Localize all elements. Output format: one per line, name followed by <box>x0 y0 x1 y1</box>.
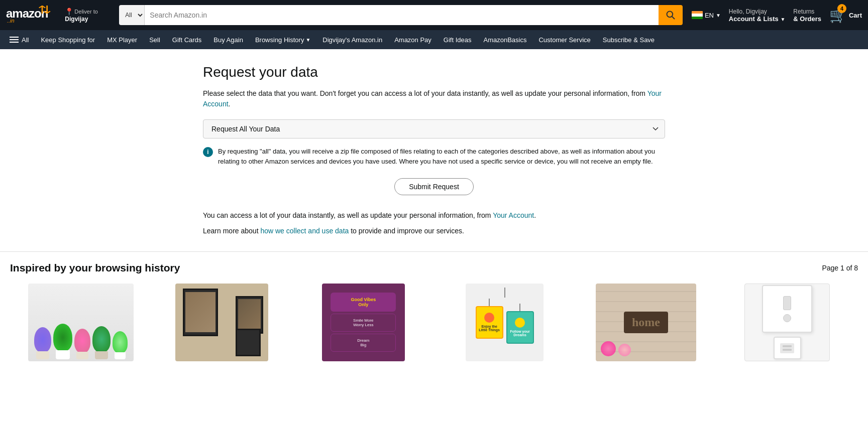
page-info: Page 1 of 8 <box>822 264 858 272</box>
nav-amazon-pay[interactable]: Amazon Pay <box>389 33 437 47</box>
returns-label: Returns <box>793 8 821 15</box>
nav-browsing-history[interactable]: Browsing History ▼ <box>250 33 316 47</box>
nav-all[interactable]: All <box>4 33 34 47</box>
cart[interactable]: 🛒 4 Cart <box>829 7 862 24</box>
nav-keep-shopping[interactable]: Keep Shopping for <box>35 33 100 47</box>
nav-digvijay-amazon[interactable]: Digvijay's Amazon.in <box>317 33 388 47</box>
cart-count: 4 <box>837 4 846 13</box>
info-box: i By requesting "all" data, you will rec… <box>203 147 665 166</box>
nav-customer-service[interactable]: Customer Service <box>533 33 596 47</box>
submit-request-button[interactable]: Submit Request <box>394 178 474 195</box>
account-menu[interactable]: Hello, Digvijay Account & Lists ▼ <box>729 8 786 23</box>
product-item[interactable] <box>151 282 292 362</box>
nav-bar: All Keep Shopping for MX Player Sell Gif… <box>0 30 868 49</box>
intro-text: Please select the data that you want. Do… <box>203 88 665 109</box>
product-item[interactable] <box>717 282 858 362</box>
search-input[interactable] <box>145 5 659 25</box>
footer-text-2: Learn more about how we collect and use … <box>203 226 665 236</box>
cart-label: Cart <box>849 12 862 19</box>
search-category-select[interactable]: All <box>119 5 145 25</box>
browsing-header: Inspired by your browsing history Page 1… <box>0 262 868 274</box>
data-type-select[interactable]: Request All Your Data <box>203 119 665 138</box>
product-item[interactable] <box>10 282 151 362</box>
dropdown-arrow-icon: ▼ <box>305 37 310 43</box>
account-arrow: ▼ <box>780 17 785 22</box>
footer-your-account-link[interactable]: Your Account <box>493 211 534 219</box>
product-item[interactable]: Enjoy theLittle Things Follow yourDreams <box>434 282 575 362</box>
lang-label: EN <box>705 12 714 19</box>
account-label: Account & Lists ▼ <box>729 15 786 23</box>
deliver-to[interactable]: 📍 Deliver to Digvijay <box>65 8 110 23</box>
orders-label: & Orders <box>793 15 821 23</box>
product-item[interactable]: home <box>575 282 716 362</box>
header-right: EN ▼ Hello, Digvijay Account & Lists ▼ R… <box>692 7 862 24</box>
search-button[interactable] <box>659 5 683 25</box>
nav-mx-player[interactable]: MX Player <box>101 33 143 47</box>
nav-amazon-basics[interactable]: AmazonBasics <box>478 33 532 47</box>
logo-in: .in <box>9 18 15 24</box>
returns-orders[interactable]: Returns & Orders <box>793 8 821 23</box>
products-row: Good VibesOnly Smile MoreWorry Less Drea… <box>0 282 868 362</box>
hamburger-icon <box>10 37 19 43</box>
logo[interactable]: amazon ..in ⇅ <box>6 7 58 24</box>
main-content: Request your data Please select the data… <box>193 64 675 236</box>
language-selector[interactable]: EN ▼ <box>692 11 721 19</box>
deliver-name: Digvijay <box>65 16 110 23</box>
browsing-history-section: Inspired by your browsing history Page 1… <box>0 251 868 362</box>
location-icon: 📍 <box>65 8 73 16</box>
chevron-down-icon: ▼ <box>716 13 721 18</box>
browsing-title: Inspired by your browsing history <box>10 262 180 274</box>
info-icon: i <box>203 147 213 157</box>
info-text: By requesting "all" data, you will recei… <box>218 147 665 166</box>
page-title: Request your data <box>203 64 665 80</box>
flag-icon <box>692 11 703 19</box>
nav-sell[interactable]: Sell <box>144 33 166 47</box>
nav-gift-ideas[interactable]: Gift Ideas <box>438 33 477 47</box>
svg-line-1 <box>672 17 675 19</box>
nav-subscribe-save[interactable]: Subscribe & Save <box>597 33 660 47</box>
deliver-label: Deliver to <box>74 9 97 15</box>
product-item[interactable]: Good VibesOnly Smile MoreWorry Less Drea… <box>293 282 434 362</box>
submit-btn-container: Submit Request <box>203 178 665 195</box>
site-header: amazon ..in ⇅ 📍 Deliver to Digvijay All … <box>0 0 868 30</box>
search-bar[interactable]: All <box>119 5 683 25</box>
nav-all-label: All <box>22 36 29 44</box>
nav-buy-again[interactable]: Buy Again <box>208 33 249 47</box>
nav-gift-cards[interactable]: Gift Cards <box>167 33 207 47</box>
footer-text-1: You can access a lot of your data instan… <box>203 210 665 221</box>
collect-data-link[interactable]: how we collect and use data <box>260 227 349 235</box>
account-hello: Hello, Digvijay <box>729 8 786 15</box>
